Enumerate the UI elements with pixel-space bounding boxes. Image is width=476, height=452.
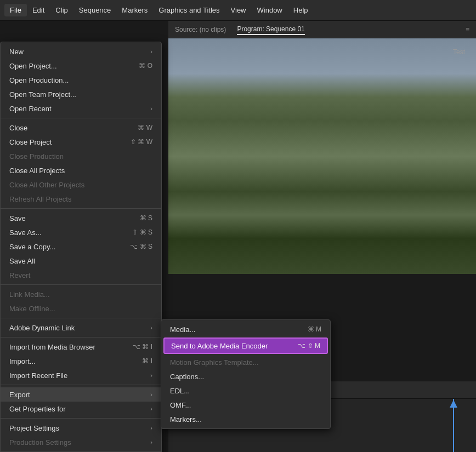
panel-header-controls: ≡ — [466, 26, 469, 33]
export-submenu: Media... ⌘ M Send to Adobe Media Encoder… — [161, 319, 331, 429]
submenu-omf[interactable]: OMF... — [161, 398, 330, 412]
divider-6 — [1, 385, 161, 385]
menu-open-recent[interactable]: Open Recent › — [1, 101, 161, 116]
test-label: Test — [453, 48, 465, 56]
menu-get-properties[interactable]: Get Properties for › — [1, 402, 161, 416]
divider-7 — [1, 418, 161, 419]
divider-4 — [1, 318, 161, 318]
menu-refresh: Refresh All Projects — [1, 192, 161, 206]
submenu-send-to-encoder[interactable]: Send to Adobe Media Encoder ⌥ ⇧ M — [163, 337, 328, 354]
program-tab[interactable]: Program: Sequence 01 — [237, 24, 304, 35]
menu-save-as[interactable]: Save As... ⇧ ⌘ S — [1, 225, 161, 239]
menu-import-recent[interactable]: Import Recent File › — [1, 368, 161, 382]
divider-5 — [1, 337, 161, 337]
menu-item-window[interactable]: Window — [252, 4, 288, 16]
arrow-icon: › — [150, 48, 152, 55]
menu-item-graphics[interactable]: Graphics and Titles — [153, 4, 225, 16]
submenu-motion-graphics: Motion Graphics Template... — [161, 355, 330, 369]
menu-import-media-browser[interactable]: Import from Media Browser ⌥ ⌘ I — [1, 340, 161, 354]
divider-2 — [1, 208, 161, 209]
menu-item-view[interactable]: View — [225, 4, 252, 16]
arrow-import-recent-icon: › — [150, 372, 152, 379]
source-tab[interactable]: Source: (no clips) — [175, 25, 226, 35]
menu-item-help[interactable]: Help — [288, 4, 314, 16]
file-dropdown-menu: New › Open Project... ⌘ O Open Productio… — [0, 42, 162, 452]
menu-close-other: Close All Other Projects — [1, 178, 161, 192]
arrow-dynamic-link-icon: › — [150, 324, 152, 331]
video-frame — [168, 38, 476, 274]
menu-save[interactable]: Save ⌘ S — [1, 211, 161, 225]
menu-item-file[interactable]: File — [4, 4, 27, 16]
menu-export[interactable]: Export › — [1, 387, 161, 402]
submenu-edl[interactable]: EDL... — [161, 384, 330, 398]
menu-item-clip[interactable]: Clip — [50, 4, 73, 16]
menu-production-settings: Production Settings › — [1, 435, 161, 449]
menu-open-production[interactable]: Open Production... — [1, 73, 161, 87]
menu-close-project[interactable]: Close Project ⇧ ⌘ W — [1, 135, 161, 149]
arrow-recent-icon: › — [150, 105, 152, 112]
divider-1 — [1, 118, 161, 118]
arrow-production-settings-icon: › — [150, 439, 152, 445]
menu-project-settings[interactable]: Project Settings › — [1, 421, 161, 435]
menu-save-all[interactable]: Save All — [1, 254, 161, 268]
panel-menu-icon[interactable]: ≡ — [466, 26, 469, 33]
menu-bar: File Edit Clip Sequence Markers Graphics… — [0, 0, 476, 21]
menu-close[interactable]: Close ⌘ W — [1, 121, 161, 135]
menu-item-edit[interactable]: Edit — [27, 4, 50, 16]
arrow-project-settings-icon: › — [150, 425, 152, 431]
menu-open-team[interactable]: Open Team Project... — [1, 87, 161, 101]
menu-import[interactable]: Import... ⌘ I — [1, 354, 161, 368]
arrow-get-properties-icon: › — [150, 405, 152, 412]
menu-item-markers[interactable]: Markers — [116, 4, 153, 16]
menu-link-media: Link Media... — [1, 287, 161, 301]
menu-revert: Revert — [1, 268, 161, 282]
menu-item-sequence[interactable]: Sequence — [73, 4, 117, 16]
submenu-media[interactable]: Media... ⌘ M — [161, 322, 330, 336]
divider-3 — [1, 284, 161, 285]
menu-adobe-dynamic-link[interactable]: Adobe Dynamic Link › — [1, 321, 161, 335]
menu-save-copy[interactable]: Save a Copy... ⌥ ⌘ S — [1, 239, 161, 254]
timeline-playhead — [453, 399, 454, 452]
video-scene — [168, 38, 476, 274]
menu-make-offline: Make Offline... — [1, 301, 161, 316]
menu-close-all[interactable]: Close All Projects — [1, 163, 161, 178]
menu-new[interactable]: New › — [1, 44, 161, 59]
submenu-markers[interactable]: Markers... — [161, 412, 330, 426]
menu-close-production: Close Production — [1, 149, 161, 163]
arrow-export-icon: › — [150, 391, 152, 398]
panel-header: Source: (no clips) Program: Sequence 01 … — [168, 21, 476, 38]
submenu-captions[interactable]: Captions... — [161, 369, 330, 384]
main-content: Source: (no clips) Program: Sequence 01 … — [0, 21, 476, 452]
menu-open-project[interactable]: Open Project... ⌘ O — [1, 59, 161, 73]
